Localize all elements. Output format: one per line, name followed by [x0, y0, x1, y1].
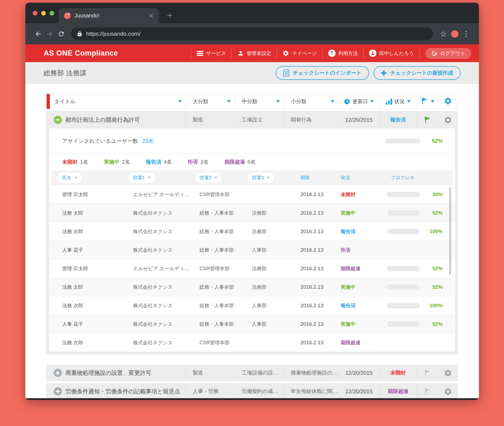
checksheet-row[interactable]: 廃棄物処理施設の設置、変更許可 製造 工場設備の設… 廃棄物処理施設の… 12/… — [46, 365, 458, 381]
user-dept3: 法務部 — [252, 228, 300, 235]
flag-cell[interactable] — [417, 384, 437, 398]
browser-window: Juusando! https://juusando.com/ AS ONE C… — [25, 3, 479, 400]
main-content: タイトル 大分類 中分類 小分類 更新日 状況 — [25, 84, 479, 398]
column-settings[interactable] — [437, 94, 458, 109]
logout-button[interactable]: ログアウト — [425, 48, 471, 59]
assigned-users-label: アサインされているユーザー数 — [62, 138, 138, 145]
new-tab-button[interactable] — [166, 12, 174, 19]
user-row[interactable]: 管理 宗太郎 エルゼピア ホールディ… CSR管理本部 2016.2.13 未開… — [49, 185, 455, 203]
nav-label: 田中しんたろう — [379, 50, 414, 57]
user-row[interactable]: 法務 次郎 株式会社ネクシス CSR管理本部 2016.2.13 期限超過 — [49, 333, 455, 352]
back-button[interactable] — [32, 28, 44, 39]
create-checksheet-button[interactable]: チェックシートの新規作成 — [373, 66, 461, 80]
user-due-date: 2016.2.13 — [300, 210, 341, 216]
user-table-scrollbar[interactable] — [449, 187, 451, 275]
status-summary-item: 未開封 1名 — [62, 159, 88, 166]
forward-button[interactable] — [44, 28, 55, 39]
nav-item-admin-settings[interactable]: 管理者設定 — [232, 50, 277, 57]
checksheet-title-cell: 廃棄物処理施設の設置、変更許可 — [47, 365, 186, 381]
column-category2[interactable]: 中分類 — [235, 94, 284, 109]
checksheet-row[interactable]: 労働条件通知・労働条件の記載事項と留意点 人事・労務 労働契約の成… 年次有給休… — [46, 383, 458, 398]
reload-button[interactable] — [55, 28, 67, 39]
user-column-name[interactable]: 氏名 — [58, 173, 82, 183]
plus-icon — [381, 70, 387, 76]
nav-item-help[interactable]: ? 利用方法 — [323, 50, 363, 57]
back-icon — [35, 30, 42, 38]
browser-menu-button[interactable] — [460, 28, 472, 39]
profile-button[interactable] — [449, 28, 460, 39]
address-bar[interactable]: https://juusando.com/ — [71, 28, 433, 40]
maximize-window-button[interactable] — [50, 11, 54, 16]
gear-outline-icon — [444, 387, 452, 396]
user-dept3: 法務部 — [252, 210, 300, 216]
status-summary-item: 期限超過 0名 — [224, 159, 256, 166]
user-column-dept2[interactable]: 部署2 — [195, 173, 221, 183]
import-checksheet-button[interactable]: チェックシートのインポート — [276, 66, 369, 80]
bookmark-button[interactable] — [437, 28, 449, 39]
logout-label: ログアウト — [440, 50, 465, 57]
forward-icon — [46, 30, 53, 38]
column-status[interactable]: 状況 — [379, 94, 417, 109]
kebab-menu-icon — [465, 30, 467, 37]
user-column-dept1[interactable]: 部署1 — [129, 173, 155, 183]
user-table-body: 管理 宗太郎 エルゼピア ホールディ… CSR管理本部 2016.2.13 未開… — [49, 185, 455, 352]
sort-caret-icon[interactable] — [431, 100, 434, 103]
logout-icon — [431, 50, 437, 56]
flag-cell[interactable] — [417, 365, 437, 381]
nav-item-services[interactable]: サービス — [191, 50, 231, 57]
status-cell: 期限超過 — [379, 384, 417, 398]
column-flag[interactable] — [417, 94, 437, 109]
user-dept3: 法務部 — [252, 284, 300, 290]
browser-tab[interactable]: Juusando! — [59, 8, 159, 23]
user-due-date: 2016.2.13 — [300, 229, 341, 235]
user-row[interactable]: 法務 太郎 株式会社ネクシス 総務・人事本部 法務部 2016.2.13 実施中… — [49, 203, 455, 222]
flag-cell[interactable] — [417, 111, 437, 128]
user-name: 法務 次郎 — [62, 339, 133, 346]
user-progress-bar — [387, 192, 420, 197]
user-row[interactable]: 法務 次郎 株式会社ネクシス 総務・人事本部 法務部 2016.2.13 報告済… — [49, 222, 455, 241]
column-title[interactable]: タイトル — [47, 94, 186, 109]
sort-caret-icon[interactable] — [331, 100, 334, 103]
minimize-window-button[interactable] — [41, 11, 46, 16]
profile-avatar-icon — [451, 30, 458, 38]
nav-item-mypage[interactable]: マイページ — [277, 50, 322, 57]
sort-caret-icon[interactable] — [227, 100, 231, 103]
user-row[interactable]: 法務 太郎 株式会社ネクシス 総務・人事本部 法務部 2016.2.13 実施中… — [49, 278, 455, 296]
assigned-users-count[interactable]: 23名 — [142, 137, 154, 145]
collapse-icon[interactable] — [54, 116, 62, 124]
nav-item-account[interactable]: 田中しんたろう — [364, 50, 420, 57]
sort-caret-icon[interactable] — [178, 100, 182, 103]
user-dept1: 株式会社ネクシス — [133, 302, 200, 309]
sort-caret-icon[interactable] — [370, 100, 374, 103]
column-updated[interactable]: 更新日 — [338, 94, 379, 109]
user-icon — [237, 50, 244, 57]
user-due-date: 2016.2.13 — [300, 303, 341, 309]
user-row[interactable]: 人事 花子 株式会社ネクシス 総務・人事本部 人事部 2016.2.13 実施中… — [49, 315, 455, 333]
user-column-dept3[interactable]: 部署3 — [248, 173, 274, 183]
tab-close-icon[interactable] — [149, 13, 153, 18]
column-category1[interactable]: 大分類 — [186, 94, 235, 109]
user-row[interactable]: 法務 次郎 株式会社ネクシス 総務・人事本部 人事部 2016.2.13 報告済… — [49, 296, 455, 315]
sort-caret-icon[interactable] — [407, 100, 411, 103]
user-dept2: CSR管理本部 — [200, 265, 252, 272]
app-logo: AS ONE Compliance — [44, 49, 118, 57]
close-window-button[interactable] — [33, 11, 37, 16]
nav-label: 管理者設定 — [247, 50, 271, 57]
column-category3[interactable]: 小分類 — [284, 94, 338, 109]
page-subheader: 総務部 法務課 チェックシートのインポート チェックシートの新規作成 — [25, 62, 479, 84]
sort-caret-icon[interactable] — [276, 100, 280, 103]
user-name: 法務 次郎 — [62, 228, 133, 235]
row-settings-button[interactable] — [437, 384, 458, 398]
user-dept1: エルゼピア ホールディ… — [133, 265, 200, 272]
expand-icon[interactable] — [54, 369, 62, 377]
user-row[interactable]: 管理 宗太郎 エルゼピア ホールディ… CSR管理本部 法務部 2016.2.1… — [49, 259, 455, 278]
row-settings-button[interactable] — [437, 111, 458, 128]
user-name: 法務 次郎 — [62, 302, 133, 309]
user-name: 法務 太郎 — [62, 284, 133, 290]
user-dept3: 人事部 — [252, 247, 300, 253]
user-row[interactable]: 人事 花子 株式会社ネクシス 総務・人事本部 人事部 2016.2.13 拒否 — [49, 241, 455, 259]
user-column-due: 期限 — [300, 175, 341, 181]
row-settings-button[interactable] — [437, 365, 458, 381]
expand-icon[interactable] — [54, 387, 62, 395]
checksheet-row[interactable]: 都市計画法上の開発行為許可 製造 工場設立 開発行為 12/20/2015 報告… — [47, 111, 458, 128]
